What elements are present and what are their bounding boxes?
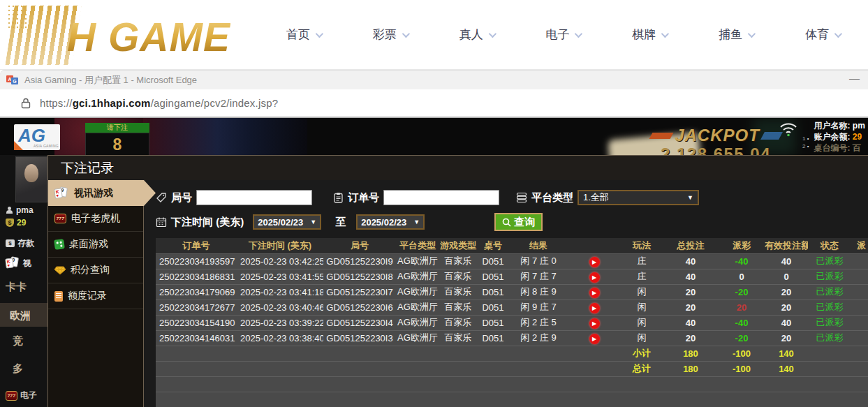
menu-item-quota-records[interactable]: 额度记录 [48,283,143,309]
person-icon [6,207,13,214]
menu-label: 电子老虎机 [71,212,120,225]
lobby-item-slots[interactable]: 777电子 [6,390,37,401]
search-icon [502,218,511,227]
menu-item-points-query[interactable]: 积分查询 [48,258,143,283]
to-label: 至 [335,216,346,229]
nav-item-live[interactable]: 真人 [459,27,494,43]
ag-favicon-icon: A G [6,75,18,85]
menu-item-slot-machines[interactable]: 777 电子老虎机 [48,206,143,232]
replay-button[interactable]: ▶ [589,288,600,298]
url-text[interactable]: https://gci.1hhapi.com/agingame/pcv2/ind… [40,97,278,109]
lobby-item-video[interactable]: 9K♥ 视 [6,257,31,269]
nav-item-home[interactable]: 首页 [286,27,321,43]
chevron-down-icon [661,29,669,37]
jackpot-label: JACKPOT [675,126,760,145]
replay-button[interactable]: ▶ [589,272,600,283]
lobby-video-label: 视 [23,258,31,269]
window-title: Asia Gaming - 用户配置 1 - Microsoft Edge [24,74,197,87]
table-number-label: 桌台编号: [814,143,850,153]
modal-content: 局号 订单号 [144,180,868,407]
wifi-icon [779,121,797,137]
round-label: 局号 [171,191,192,205]
empty-row [156,376,868,392]
round-filter: 局号 [156,190,312,205]
empty-row [156,392,868,407]
lobby-europe-label: 欧洲 [10,309,31,323]
card-front: K♥ [5,258,14,268]
dropdown-arrow-icon: ▼ [413,219,420,225]
replay-button[interactable]: ▶ [589,318,600,329]
date-from-value: 2025/02/23 [258,217,303,228]
jackpot-banner: JACKPOT 2,128,655.04 [651,126,781,155]
replay-button[interactable]: ▶ [589,257,600,267]
deposit-label: 存款 [17,237,34,249]
game-page: AG ASIA GAMING 请下注 8 JACKPOT 2,128,655.0… [0,118,868,407]
lobby-jing-label: 竞 [13,334,23,348]
date-from-picker[interactable]: 2025/02/23 ▼ [253,214,321,230]
order-label: 订单号 [348,191,379,205]
balance-value: 29 [853,132,862,142]
chevron-down-icon [316,29,323,37]
order-filter: 订单号 [333,190,499,205]
balance-label: 账户余额: [814,132,850,142]
user-info-panel: 1 2 用户名称: pm 账户余额: 29 桌台编号: 百 [779,120,865,154]
nav-item-slots[interactable]: 电子 [545,27,580,43]
table-row: 2502230341460312025-02-23 03:38:40GD0512… [156,330,868,346]
date-to-picker[interactable]: 2025/02/23 ▼ [356,214,425,230]
edge-titlebar: A G Asia Gaming - 用户配置 1 - Microsoft Edg… [0,70,868,89]
lobby-username: pma [6,205,34,215]
table-scene-decoration [143,118,307,155]
menu-item-video-games[interactable]: 9K♥ 视讯游戏 [48,180,156,206]
table-number-value: 百 [853,143,861,153]
lobby-item-europe[interactable]: 欧洲 [10,309,31,323]
lobby-item-duo[interactable]: 多 [13,362,23,376]
minimize-button[interactable]: — [849,72,860,84]
dice-icon [54,239,65,250]
platform-list-icon [516,192,527,203]
nav-item-board[interactable]: 棋牌 [632,27,667,43]
lobby-item-kaka[interactable]: 卡卡 [6,281,27,294]
deposit-button[interactable]: $存款 [6,237,34,249]
jackpot-value: 2,128,655.04 [651,145,781,155]
order-input[interactable] [383,190,499,205]
stream-1[interactable]: 1 [802,135,809,142]
nav-item-lottery[interactable]: 彩票 [373,27,408,43]
bet-records-table: 订单号 下注时间 (美东) 局号 平台类型 游戏类型 桌号 结果 玩法 总投注 [156,238,868,407]
stream-2[interactable]: 2 [802,143,809,149]
col-status: 状态 [808,238,851,253]
bet-timer: 请下注 8 [85,123,149,155]
stream-selector[interactable]: 1 2 [802,135,809,154]
site-header: H GAME 首页 彩票 真人 电子 棋牌 捕鱼 体育 [0,0,868,70]
lobby-sidebar: pma $29 $存款 9K♥ 视 卡卡 欧洲 竞 多 777电子 [0,155,47,407]
table-row: 2502230341726772025-02-23 03:40:46GD0512… [156,299,868,315]
nav-item-sports[interactable]: 体育 [805,27,840,43]
table-row: 2502230341868312025-02-23 03:41:55GD0512… [156,269,868,284]
site-logo[interactable]: H GAME [0,0,244,69]
col-payout: 派彩 [719,238,765,253]
lobby-item-jing[interactable]: 竞 [13,334,23,348]
main-nav: 首页 彩票 真人 电子 棋牌 捕鱼 体育 [244,27,868,43]
lobby-kaka-label: 卡卡 [6,281,27,294]
moneybag-icon: $ [6,219,14,227]
replay-button[interactable]: ▶ [589,303,600,313]
col-valid-bet: 有效投注额 [765,238,808,253]
nav-label: 电子 [545,27,569,43]
subtotal-payout: -100 [719,346,765,361]
ag-logo-subtext: ASIA GAMING [34,144,59,148]
user-name-label: 用户名称: [814,121,850,131]
subtotal-total: 180 [663,346,719,361]
url-bar[interactable]: https://gci.1hhapi.com/agingame/pcv2/ind… [0,89,868,118]
card-front: K♥ [54,188,63,198]
bet-sign-label: 请下注 [85,123,149,133]
tag-icon [156,192,167,203]
search-button[interactable]: 查询 [494,213,543,231]
nav-label: 体育 [805,27,829,43]
menu-item-table-games[interactable]: 桌面游戏 [48,232,143,258]
round-input[interactable] [196,190,312,205]
calendar-icon [156,216,167,228]
nav-label: 首页 [286,27,310,43]
nav-item-fishing[interactable]: 捕鱼 [719,27,753,43]
replay-button[interactable]: ▶ [589,334,600,344]
avatar [15,156,47,202]
platform-select[interactable]: 1.全部 ▼ [578,190,699,205]
